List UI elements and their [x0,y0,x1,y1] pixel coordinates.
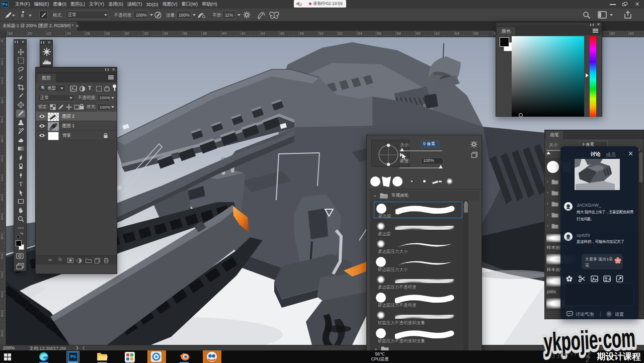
svg-text:3 式〒乊: 3 式〒乊 [551,352,577,359]
svg-text:T: T [19,180,23,187]
svg-text:期设计课程: 期设计课程 [596,351,641,361]
svg-text:A: A [608,278,611,281]
svg-text:𝄞: 𝄞 [585,351,591,362]
